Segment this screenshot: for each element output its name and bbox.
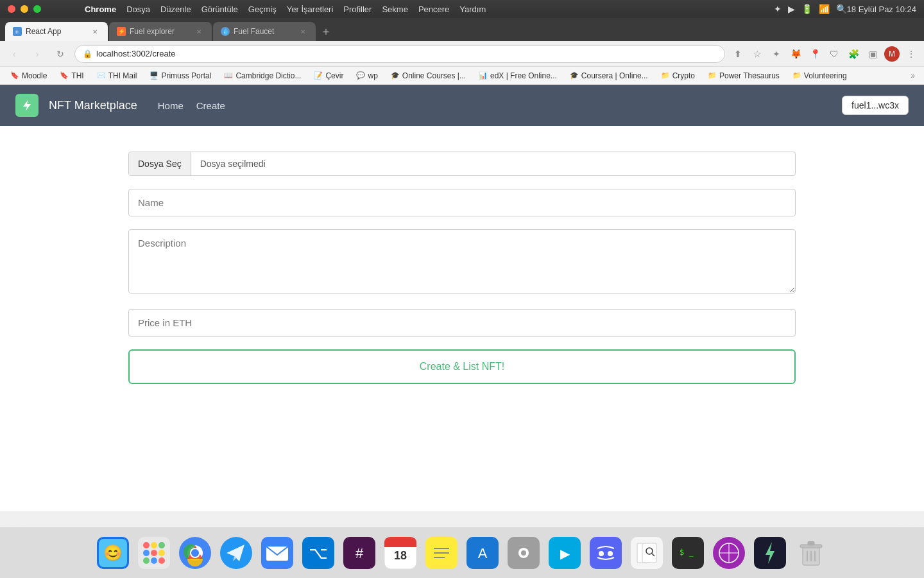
fullscreen-button[interactable] [33,5,41,13]
menu-duzenle[interactable]: Düzenle [160,4,191,14]
name-input[interactable] [128,189,796,216]
dock-discord[interactable] [588,535,624,571]
menu-gecmis[interactable]: Geçmiş [248,4,277,14]
dock-prime-video[interactable]: ▶ [547,535,583,571]
bookmark-power-thesaurus-label: Power Thesaurus [719,71,780,80]
tab-react-app[interactable]: ⚛ React App ✕ [5,22,108,41]
bookmark-cevir[interactable]: 📝 Çevir [309,70,348,82]
svg-point-9 [158,542,165,548]
dock-terminal[interactable]: $ _ [670,535,706,571]
svg-text:A: A [478,545,488,561]
menu-goruntle[interactable]: Görüntüle [201,4,238,14]
tab-fuel-faucet[interactable]: 💧 Fuel Faucet ✕ [213,22,316,41]
url-bar[interactable]: 🔒 localhost:3002/create [74,45,725,63]
minimize-button[interactable] [21,5,28,13]
menu-profiller[interactable]: Profiller [343,4,372,14]
bookmark-crypto[interactable]: 📁 Crypto [656,70,700,82]
bookmark-power-thesaurus[interactable]: 📁 Power Thesaurus [703,70,785,82]
svg-point-10 [143,550,150,556]
sidebar-icon[interactable]: ▣ [865,46,880,62]
dock-preview[interactable] [629,535,665,571]
bookmark-crypto-label: Crypto [672,71,695,80]
reload-button[interactable]: ↻ [51,45,69,63]
tab-fuel-explorer[interactable]: ⚡ Fuel explorer ✕ [109,22,212,41]
tab-fuel-faucet-close[interactable]: ✕ [298,26,308,37]
bookmark-moodle-icon: 🔖 [10,71,19,80]
create-list-nft-button[interactable]: Create & List NFT! [128,349,796,384]
dock-launchpad[interactable] [136,535,172,571]
bookmark-coursera-icon: 🎓 [570,71,579,80]
dock-mail[interactable] [259,535,295,571]
dock-appstore[interactable]: A [465,535,501,571]
description-input[interactable] [128,229,796,293]
dock-finder[interactable]: 😊 [95,535,131,571]
nav-create[interactable]: Create [196,100,225,111]
forward-button[interactable]: › [28,45,46,63]
dock-notes[interactable] [424,535,459,571]
svg-rect-47 [642,543,656,563]
file-status-text: Dosya seçilmedi [191,152,795,175]
price-input[interactable] [128,309,796,337]
menu-sekme[interactable]: Sekme [382,4,407,14]
bookmark-online-courses[interactable]: 🎓 Online Courses |... [386,70,471,82]
svg-point-43 [599,551,604,556]
bookmark-volunteering[interactable]: 📁 Volunteering [787,70,852,82]
bookmark-wp-icon: 💬 [356,71,365,80]
url-text[interactable]: localhost:3002/create [96,49,176,58]
menu-chrome[interactable]: Chrome [85,4,116,14]
bookmark-edx-icon: 📊 [479,71,488,80]
file-choose-button[interactable]: Dosya Seç [129,152,191,175]
svg-point-39 [521,550,526,556]
svg-text:⚛: ⚛ [14,29,19,35]
dock-chrome[interactable] [177,535,213,571]
dock-slack[interactable]: # [341,535,377,571]
more-options-icon[interactable]: ⋮ [903,46,919,62]
svg-point-11 [151,550,157,556]
bookmark-thi-mail[interactable]: ✉️ THI Mail [92,70,142,82]
titlebar: Chrome Dosya Düzenle Görüntüle Geçmiş Ye… [0,0,924,18]
new-tab-button[interactable]: + [317,23,335,41]
bookmark-thi-label: THI [71,71,83,80]
bookmarks-more-button[interactable]: » [907,70,919,82]
bookmark-crypto-icon: 📁 [661,71,670,80]
menu-yer-isaretleri[interactable]: Yer İşaretleri [287,4,334,14]
bookmark-moodle[interactable]: 🔖 Moodle [5,70,52,82]
menu-dosya[interactable]: Dosya [126,4,150,14]
bookmark-star-icon[interactable]: ☆ [749,46,765,62]
bookmark-wp-label: wp [368,71,377,80]
profile-icon[interactable]: M [884,46,900,62]
dock-vscode[interactable]: ⌥ [300,535,336,571]
bookmark-coursera[interactable]: 🎓 Coursera | Online... [565,70,653,82]
menu-bar: Chrome Dosya Düzenle Görüntüle Geçmiş Ye… [85,4,486,14]
wallet-button[interactable]: fuel1...wc3x [842,96,909,115]
tab-react-app-label: React App [26,27,61,36]
tab-react-app-close[interactable]: ✕ [90,26,100,37]
share-icon[interactable]: ⬆ [730,46,746,62]
bookmark-cambridge[interactable]: 📖 Cambridge Dictio... [219,70,306,82]
spark-icon[interactable]: ✦ [769,46,784,62]
menu-pencere[interactable]: Pencere [418,4,449,14]
close-button[interactable] [8,5,15,13]
puzzle-icon[interactable]: 🧩 [846,46,861,62]
dock-telegram[interactable] [218,535,254,571]
svg-point-19 [191,549,199,557]
bookmark-thi[interactable]: 🔖 THI [55,70,89,82]
bookmark-edx[interactable]: 📊 edX | Free Online... [474,70,562,82]
magnify-icon[interactable]: 🔍 [836,4,847,14]
tab-fuel-explorer-icon: ⚡ [117,27,126,36]
tab-fuel-explorer-close[interactable]: ✕ [194,26,204,37]
dock-system-preferences[interactable] [506,535,542,571]
app-logo [15,94,38,117]
menu-yardim[interactable]: Yardım [459,4,486,14]
fire-icon: 🦊 [788,46,803,62]
dock-trash[interactable] [793,535,829,571]
dock-fuel-app[interactable] [752,535,788,571]
back-button[interactable]: ‹ [5,45,23,63]
bookmark-primuss[interactable]: 🖥️ Primuss Portal [144,70,216,82]
bookmark-wp[interactable]: 💬 wp [351,70,382,82]
spotlight-icon[interactable]: ✦ [774,4,782,14]
nav-home[interactable]: Home [158,100,184,111]
dock-calendar[interactable]: 18 [382,535,418,571]
bookmark-cambridge-label: Cambridge Dictio... [235,71,301,80]
dock-world-icon[interactable] [711,535,747,571]
